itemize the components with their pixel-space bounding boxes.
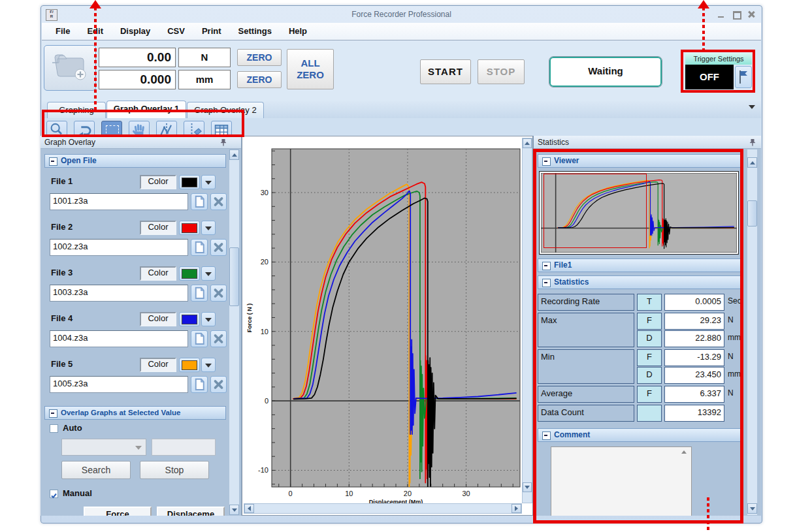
- remove-file-button[interactable]: [210, 193, 227, 210]
- start-button[interactable]: START: [420, 59, 471, 84]
- remove-file-button[interactable]: [210, 376, 227, 393]
- graph-vscrollbar[interactable]: [522, 138, 532, 503]
- tab-graph-overlay-2[interactable]: Graph Overlay 2: [187, 102, 264, 118]
- collapse-icon[interactable]: [542, 279, 551, 287]
- tab-list-dropdown[interactable]: [749, 105, 755, 109]
- menu-csv[interactable]: CSV: [159, 23, 193, 40]
- new-file-button[interactable]: [44, 45, 96, 91]
- file-name-input[interactable]: 1004.z3a: [50, 330, 188, 347]
- scroll-left-button[interactable]: [244, 504, 254, 513]
- select-rect-icon: [106, 125, 119, 136]
- search-stop-button[interactable]: Stop: [140, 461, 209, 479]
- open-file-button[interactable]: [191, 376, 208, 393]
- overlap-section-header[interactable]: Overlap Graphs at Selected Value: [44, 406, 226, 420]
- scroll-up-button[interactable]: [523, 138, 532, 148]
- pin-icon[interactable]: [749, 138, 756, 147]
- menu-print[interactable]: Print: [193, 23, 230, 40]
- stat-value: 29.23: [664, 313, 724, 330]
- open-file-button[interactable]: [191, 239, 208, 256]
- comment-textarea[interactable]: [551, 446, 692, 516]
- comment-scroll-up-icon[interactable]: [681, 450, 687, 454]
- stop-button[interactable]: STOP: [478, 59, 525, 84]
- scroll-down-button[interactable]: [229, 505, 239, 515]
- menu-display[interactable]: Display: [112, 23, 159, 40]
- svg-text:Force ( N ): Force ( N ): [246, 304, 253, 333]
- check-icon: [50, 492, 57, 499]
- graph-overlay-panel-header: Graph Overlay: [41, 136, 242, 149]
- file-name-input[interactable]: 1002.z3a: [50, 239, 188, 256]
- scroll-down-button[interactable]: [523, 482, 532, 492]
- stat-label: Max: [538, 313, 634, 347]
- tab-graphing[interactable]: Graphing: [47, 102, 106, 118]
- color-swatch[interactable]: [179, 175, 200, 189]
- all-zero-button[interactable]: ALL ZERO: [287, 49, 334, 89]
- auto-value-select[interactable]: [61, 439, 146, 456]
- statistics-section-header[interactable]: Statistics: [538, 275, 741, 289]
- menu-edit[interactable]: Edit: [78, 23, 112, 40]
- open-file-button[interactable]: [191, 330, 208, 347]
- force-displacement-chart[interactable]: 0102030-100102030Displacement (Mm)Force …: [244, 138, 522, 503]
- menu-file[interactable]: File: [47, 23, 78, 40]
- manual-checkbox[interactable]: [50, 490, 58, 498]
- title-bar[interactable]: Force Recorder Professional F/R: [41, 6, 762, 23]
- minimize-icon[interactable]: [717, 11, 725, 18]
- collapse-icon[interactable]: [542, 157, 551, 166]
- left-panel-scrollbar[interactable]: [229, 149, 240, 516]
- color-swatch[interactable]: [179, 358, 200, 372]
- color-swatch[interactable]: [179, 266, 200, 281]
- menu-settings[interactable]: Settings: [230, 23, 280, 40]
- collapse-icon[interactable]: [542, 431, 551, 440]
- comment-section-header[interactable]: Comment: [538, 428, 741, 442]
- stat-key: F: [637, 349, 662, 366]
- color-label: Color: [140, 358, 176, 372]
- file-row: File 1 Color 1001.z3a: [44, 175, 233, 214]
- scroll-down-button[interactable]: [747, 503, 757, 514]
- collapse-icon[interactable]: [49, 157, 57, 166]
- scrollbar-thumb[interactable]: [747, 200, 757, 227]
- viewer-view-rect[interactable]: [544, 174, 647, 248]
- scroll-right-button[interactable]: [512, 504, 521, 513]
- color-swatch[interactable]: [179, 221, 200, 235]
- graph-hscrollbar[interactable]: [244, 503, 522, 514]
- trigger-flag-button[interactable]: [735, 66, 752, 88]
- maximize-icon[interactable]: [732, 11, 740, 18]
- viewer-section-header[interactable]: Viewer: [538, 154, 741, 168]
- file1-section-header[interactable]: File1: [538, 258, 741, 272]
- color-swatch[interactable]: [179, 312, 200, 326]
- tab-strip: Graphing Graph Overlay 1 Graph Overlay 2: [42, 100, 761, 118]
- menu-help[interactable]: Help: [280, 23, 316, 40]
- zero-force-button[interactable]: ZERO: [237, 49, 282, 66]
- search-button[interactable]: Search: [61, 461, 131, 479]
- color-label: Color: [140, 266, 176, 281]
- viewer-thumbnail[interactable]: [539, 171, 739, 255]
- collapse-icon[interactable]: [542, 262, 551, 270]
- open-file-button[interactable]: [191, 193, 208, 210]
- color-dropdown-button[interactable]: [201, 175, 216, 189]
- auto-checkbox[interactable]: [50, 424, 58, 433]
- scroll-up-button[interactable]: [229, 149, 239, 160]
- zero-displacement-button[interactable]: ZERO: [237, 71, 282, 88]
- remove-file-button[interactable]: [210, 239, 227, 256]
- auto-threshold-input[interactable]: [152, 439, 216, 456]
- color-dropdown-button[interactable]: [201, 312, 216, 326]
- color-dropdown-button[interactable]: [201, 266, 216, 281]
- tab-graph-overlay-1[interactable]: Graph Overlay 1: [106, 101, 186, 118]
- remove-file-button[interactable]: [210, 285, 227, 302]
- close-icon[interactable]: [747, 11, 755, 18]
- remove-file-button[interactable]: [210, 330, 227, 347]
- force-axis-button[interactable]: Force: [84, 507, 152, 516]
- displacement-axis-button[interactable]: Displaceme: [157, 507, 225, 516]
- file-name-input[interactable]: 1005.z3a: [50, 376, 188, 393]
- stat-value: 22.880: [664, 330, 724, 347]
- collapse-icon[interactable]: [49, 409, 57, 418]
- open-file-section-header[interactable]: Open File: [44, 154, 226, 168]
- color-dropdown-button[interactable]: [201, 358, 216, 372]
- scrollbar-thumb[interactable]: [229, 247, 239, 306]
- scroll-up-button[interactable]: [747, 157, 757, 168]
- file-name-input[interactable]: 1003.z3a: [50, 285, 188, 302]
- file-name-input[interactable]: 1001.z3a: [50, 193, 188, 210]
- open-file-button[interactable]: [191, 285, 208, 302]
- color-dropdown-button[interactable]: [201, 221, 216, 235]
- statistics-scrollbar[interactable]: [747, 149, 758, 516]
- pin-icon[interactable]: [219, 138, 227, 147]
